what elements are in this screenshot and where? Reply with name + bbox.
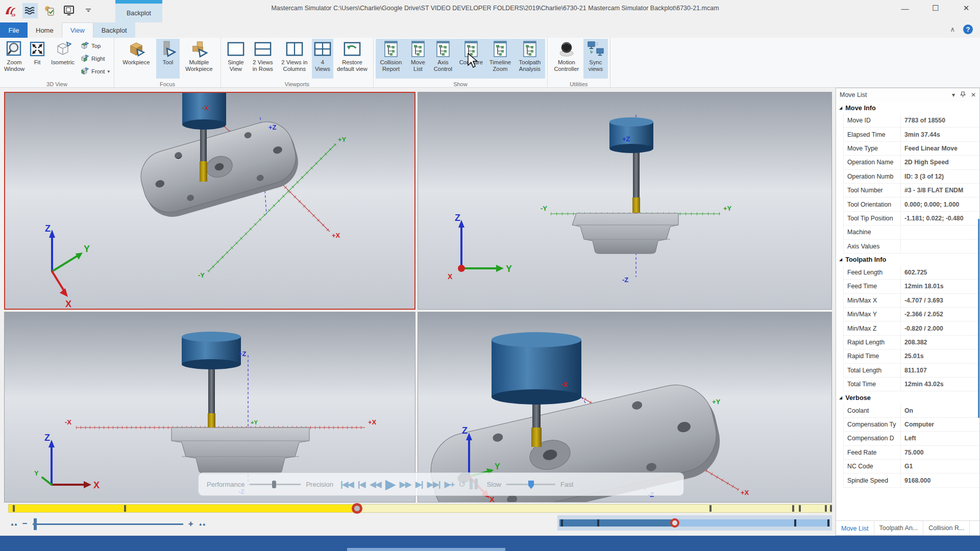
panel-scrollbar[interactable] (978, 219, 979, 418)
property-row-compensation-d[interactable]: Compensation DLeft (843, 432, 979, 445)
timeline-overview[interactable] (557, 515, 832, 531)
section-header-verbose[interactable]: ◢Verbose (836, 391, 979, 404)
panel-tab-toolpath-an[interactable]: Toolpath An... (874, 521, 924, 535)
customize-quick-access-caret[interactable] (81, 3, 96, 18)
tab-view[interactable]: View (62, 22, 93, 38)
ribbon-button-right[interactable]: Right (80, 53, 110, 65)
simulator-report-icon[interactable] (61, 3, 77, 18)
ribbon-button-2-views-in-rows[interactable]: 2 Views in Rows (249, 39, 277, 79)
tab-backplot[interactable]: Backplot (93, 22, 135, 38)
timeline-progress (9, 505, 357, 512)
ribbon-button-toolpath-analysis[interactable]: Toolpath Analysis (514, 39, 545, 79)
property-row-operation-name[interactable]: Operation Name2D High Speed (843, 156, 979, 169)
tab-file[interactable]: File (0, 22, 28, 38)
minus-icon[interactable]: − (22, 519, 28, 529)
previous-operation-button[interactable]: |◀ (358, 479, 365, 490)
section-header-toolpath-info[interactable]: ◢Toolpath Info (836, 254, 979, 266)
ribbon-button-zoom-window[interactable]: Zoom Window (2, 39, 27, 79)
section-header-move-info[interactable]: ◢Move Info (836, 102, 979, 114)
ribbon-button-timeline-zoom[interactable]: Timeline Zoom (486, 39, 514, 79)
collapse-ribbon-icon[interactable]: ∧ (950, 26, 955, 33)
property-row-elapsed-time[interactable]: Elapsed Time3min 37.44s (843, 128, 979, 141)
ribbon-button-collision-report[interactable]: Collision Report (376, 39, 406, 79)
property-row-nc-code[interactable]: NC CodeG1 (843, 460, 979, 473)
speed-slider[interactable] (506, 484, 555, 485)
viewport-top-right[interactable]: -Y +Y +Z -Z Z Y X (418, 92, 832, 310)
panel-tab-collision-r[interactable]: Collision R... (923, 521, 970, 535)
timeline-zoom-slider-thumb[interactable] (34, 518, 37, 530)
ribbon-button-2-views-in-columns[interactable]: 2 Views in Columns (277, 39, 312, 79)
property-row-machine[interactable]: Machine (843, 226, 979, 239)
ribbon-button-motion-controller[interactable]: Motion Controller (550, 39, 583, 79)
close-button[interactable]: ✕ (958, 1, 975, 15)
property-row-axis-values[interactable]: Axis Values (843, 240, 979, 254)
performance-precision-slider-thumb[interactable] (272, 481, 276, 488)
step-forward-button[interactable]: ▶| (415, 479, 423, 490)
contextual-tab-group-label: Backplot (115, 4, 162, 22)
timeline-marker[interactable] (352, 503, 362, 514)
ribbon-button-4-views[interactable]: 4 Views (312, 39, 333, 79)
property-row-move-type[interactable]: Move TypeFeed Linear Move (843, 142, 979, 156)
step-backward-button[interactable]: ◀◀ (370, 479, 381, 490)
property-row-rapid-length[interactable]: Rapid Length208.382 (843, 336, 979, 349)
ribbon-group-label: Utilities (548, 81, 610, 87)
ribbon-button-workpiece[interactable]: Workpiece (116, 39, 156, 79)
dropdown-caret-icon[interactable]: ▾ (952, 91, 955, 98)
property-row-operation-numb[interactable]: Operation NumbID: 3 (3 of 12) (843, 170, 979, 184)
pause-at-end-button[interactable]: ▌▌ (470, 479, 480, 489)
play-to-next-condition-button[interactable]: ▶+ (444, 479, 454, 490)
jump-to-start-button[interactable]: |◀◀ (340, 479, 353, 490)
close-icon[interactable]: ✕ (971, 91, 976, 98)
viewport-top-left[interactable]: -X +X -Y +Y +Z Z Y X (4, 92, 415, 310)
speed-slider-thumb[interactable] (528, 481, 534, 489)
property-row-spindle-speed[interactable]: Spindle Speed9168.000 (843, 473, 979, 487)
property-row-feed-time[interactable]: Feed Time12min 18.01s (843, 280, 979, 293)
property-row-compensation-ty[interactable]: Compensation TyComputer (843, 418, 979, 432)
play-button[interactable]: ▶ (385, 476, 395, 492)
timeline-zoom-in-icon[interactable]: ▲▲ (199, 522, 206, 527)
maximize-button[interactable]: ☐ (927, 1, 944, 15)
verify-icon[interactable] (42, 3, 57, 18)
tab-home[interactable]: Home (28, 22, 62, 38)
minimize-button[interactable]: — (896, 1, 914, 15)
performance-precision-slider[interactable] (250, 484, 301, 485)
ribbon-button-multiple-workpiece[interactable]: Multiple Workpiece (180, 39, 218, 79)
property-row-tool-orientation[interactable]: Tool Orientation0.000; 0.000; 1.000 (843, 197, 979, 211)
property-row-coolant[interactable]: CoolantOn (843, 404, 979, 417)
backplot-waves-icon[interactable] (22, 3, 38, 18)
ribbon-button-top[interactable]: Top (80, 40, 110, 52)
property-row-move-id[interactable]: Move ID7783 of 18550 (843, 114, 979, 128)
next-operation-button[interactable]: ▶▶| (427, 479, 440, 490)
property-row-min-max-y[interactable]: Min/Max Y-2.366 / 2.052 (843, 308, 979, 321)
ribbon-button-axis-control[interactable]: Axis Control (430, 39, 456, 79)
ribbon-button-tool[interactable]: Tool (156, 39, 180, 79)
plus-icon[interactable]: + (188, 519, 193, 529)
timeline-zoom-out-icon[interactable]: ▲▲ (10, 522, 17, 527)
panel-tab-move-list[interactable]: Move List (836, 521, 874, 535)
property-row-rapid-time[interactable]: Rapid Time25.01s (843, 349, 979, 363)
property-value: On (901, 404, 979, 417)
property-value: Left (901, 432, 979, 445)
loop-button[interactable]: ↺ (458, 479, 464, 490)
help-icon[interactable]: ? (963, 24, 973, 34)
property-row-feed-rate[interactable]: Feed Rate75.000 (843, 446, 979, 460)
timeline-zoom-slider[interactable] (33, 523, 183, 525)
property-row-tool-number[interactable]: Tool Number#3 - 3/8 FLAT ENDM (843, 184, 979, 197)
ribbon-button-isometric[interactable]: Isometric (48, 39, 78, 79)
ribbon-button-front[interactable]: Front▾ (80, 65, 110, 78)
property-row-min-max-x[interactable]: Min/Max X-4.707 / 3.693 (843, 294, 979, 308)
ribbon-button-sync-views[interactable]: Sync views (583, 39, 608, 79)
property-row-total-time[interactable]: Total Time12min 43.02s (843, 378, 979, 391)
property-row-tool-tip-position[interactable]: Tool Tip Position-1.181; 0.022; -0.480 (843, 212, 979, 226)
property-row-feed-length[interactable]: Feed Length602.725 (843, 266, 979, 280)
fast-forward-button[interactable]: ▶▶ (400, 479, 411, 490)
ribbon-button-restore-default-view[interactable]: Restore default view (333, 39, 371, 79)
ribbon-button-move-list[interactable]: Move List (406, 39, 430, 79)
ribbon-button-single-view[interactable]: Single View (223, 39, 249, 79)
timeline-overview-marker[interactable] (670, 518, 679, 528)
ribbon-button-fit[interactable]: Fit (27, 39, 48, 79)
timeline-scrubber[interactable] (8, 504, 832, 513)
property-row-min-max-z[interactable]: Min/Max Z-0.820 / 2.000 (843, 321, 979, 335)
pin-icon[interactable] (960, 91, 966, 99)
property-row-total-length[interactable]: Total Length811.107 (843, 364, 979, 378)
